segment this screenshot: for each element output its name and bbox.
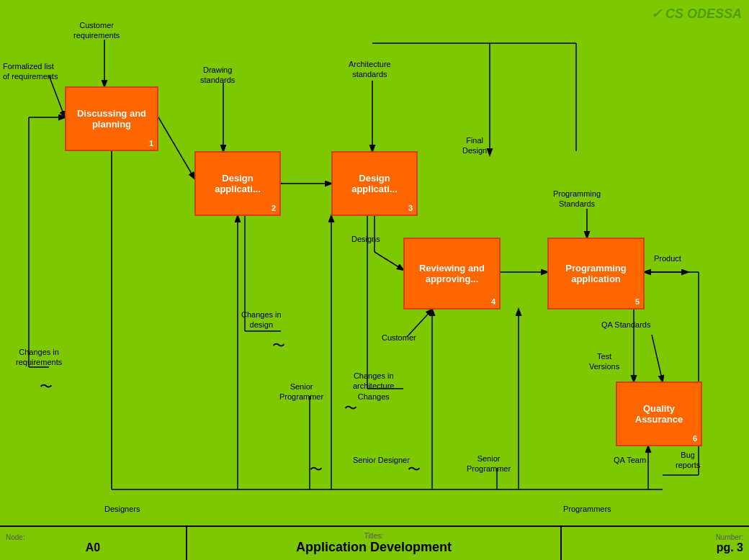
footer-number-value: pg. 3 xyxy=(717,541,743,554)
zigzag-1: 〜 xyxy=(272,337,285,354)
cs-odessa-logo: ✓ CS ODESSA xyxy=(651,6,742,22)
label-changes-arch: Changes inarchitectureChanges xyxy=(353,371,394,402)
label-qa-standards: QA Standards xyxy=(601,320,651,330)
svg-line-16 xyxy=(652,335,663,381)
label-programmers: Programmers xyxy=(563,504,611,514)
label-test-versions: TestVersions xyxy=(589,351,619,372)
label-bug-reports: Bugreports xyxy=(676,450,700,471)
svg-line-1 xyxy=(49,76,65,117)
label-drawing-std: Drawingstandards xyxy=(200,65,235,86)
process-box-2[interactable]: Designapplicati... 2 xyxy=(194,151,281,216)
label-arch-std: Architecturestandards xyxy=(349,59,391,80)
process-box-5[interactable]: Programmingapplication 5 xyxy=(547,238,645,310)
zigzag-5: 〜 xyxy=(310,461,323,478)
label-designers: Designers xyxy=(104,504,140,514)
zigzag-3: 〜 xyxy=(40,378,53,395)
footer-titles-label: Titles: xyxy=(364,532,383,540)
label-senior-prog1: SeniorProgrammer xyxy=(279,381,323,402)
svg-line-11 xyxy=(374,252,403,270)
process-box-3[interactable]: Designapplicati... 3 xyxy=(331,151,418,216)
footer-titles: Titles: Application Development xyxy=(187,527,562,560)
process-box-4[interactable]: Reviewing andapproving... 4 xyxy=(403,238,501,310)
process-box-1[interactable]: Discussing and planning 1 xyxy=(65,86,158,151)
label-senior-prog2: SeniorProgrammer xyxy=(467,453,511,474)
label-designs: Designs xyxy=(351,234,380,244)
zigzag-2: 〜 xyxy=(344,399,357,417)
label-prog-std: ProgrammingStandards xyxy=(553,189,601,209)
diagram-area: ✓ CS ODESSA xyxy=(0,0,749,525)
label-customer-req: Customerrequirements xyxy=(73,20,120,41)
process-box-6[interactable]: QualityAssurance 6 xyxy=(616,381,702,446)
footer-node-value: A0 xyxy=(6,541,180,554)
label-qa-team: QA Team xyxy=(614,455,646,465)
zigzag-4: 〜 xyxy=(408,461,421,478)
footer-titles-value: Application Development xyxy=(296,540,452,555)
label-final-design: FinalDesign xyxy=(462,135,487,156)
label-product: Product xyxy=(654,253,681,263)
footer: Node: A0 Titles: Application Development… xyxy=(0,525,749,560)
label-formalized: Formalized listof requirements xyxy=(3,61,58,82)
footer-number-label: Number: xyxy=(716,533,743,541)
footer-number: Number: pg. 3 xyxy=(562,527,749,560)
footer-node: Node: A0 xyxy=(0,527,187,560)
label-senior-designer: Senior Designer xyxy=(353,455,410,465)
label-changes-req: Changes inrequirements xyxy=(16,347,62,368)
label-changes-design: Changes indesign xyxy=(241,310,282,330)
footer-node-label: Node: xyxy=(6,533,180,541)
label-customer: Customer xyxy=(382,333,416,343)
svg-line-2 xyxy=(158,117,194,179)
